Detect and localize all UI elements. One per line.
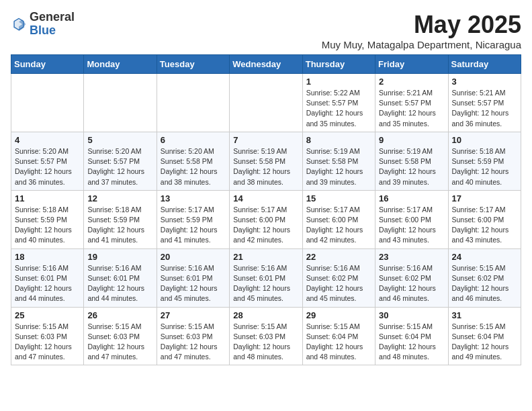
day-info: Sunrise: 5:15 AM Sunset: 6:03 PM Dayligh… [161, 322, 226, 363]
day-number: 13 [161, 193, 226, 203]
day-info: Sunrise: 5:19 AM Sunset: 5:58 PM Dayligh… [306, 146, 371, 187]
day-number: 17 [452, 193, 517, 203]
day-info: Sunrise: 5:20 AM Sunset: 5:57 PM Dayligh… [87, 146, 152, 187]
day-number: 12 [87, 193, 152, 203]
calendar-cell: 25Sunrise: 5:15 AM Sunset: 6:03 PM Dayli… [11, 307, 84, 365]
calendar-cell: 20Sunrise: 5:16 AM Sunset: 6:01 PM Dayli… [157, 248, 229, 307]
calendar-cell: 23Sunrise: 5:16 AM Sunset: 6:02 PM Dayli… [375, 248, 448, 307]
calendar-cell: 9Sunrise: 5:19 AM Sunset: 5:58 PM Daylig… [375, 132, 448, 190]
calendar-cell: 19Sunrise: 5:16 AM Sunset: 6:01 PM Dayli… [84, 248, 157, 307]
calendar-table: SundayMondayTuesdayWednesdayThursdayFrid… [11, 54, 521, 365]
page-header: General Blue May 2025 Muy Muy, Matagalpa… [11, 11, 521, 50]
title-area: May 2025 Muy Muy, Matagalpa Department, … [322, 11, 521, 50]
calendar-cell: 18Sunrise: 5:16 AM Sunset: 6:01 PM Dayli… [11, 248, 84, 307]
calendar-cell: 2Sunrise: 5:21 AM Sunset: 5:57 PM Daylig… [375, 74, 448, 132]
weekday-header-tuesday: Tuesday [157, 55, 229, 74]
weekday-header-friday: Friday [375, 55, 448, 74]
calendar-week-row: 4Sunrise: 5:20 AM Sunset: 5:57 PM Daylig… [11, 132, 521, 190]
calendar-cell: 16Sunrise: 5:17 AM Sunset: 6:00 PM Dayli… [375, 190, 448, 248]
calendar-cell [11, 74, 84, 132]
day-info: Sunrise: 5:16 AM Sunset: 6:01 PM Dayligh… [161, 263, 226, 304]
calendar-cell: 6Sunrise: 5:20 AM Sunset: 5:58 PM Daylig… [157, 132, 229, 190]
day-info: Sunrise: 5:15 AM Sunset: 6:04 PM Dayligh… [452, 322, 517, 363]
day-info: Sunrise: 5:17 AM Sunset: 6:00 PM Dayligh… [452, 205, 517, 246]
day-info: Sunrise: 5:17 AM Sunset: 5:59 PM Dayligh… [161, 205, 226, 246]
calendar-cell [84, 74, 157, 132]
day-number: 11 [15, 193, 80, 203]
month-title: May 2025 [322, 11, 521, 39]
day-info: Sunrise: 5:15 AM Sunset: 6:04 PM Dayligh… [306, 322, 371, 363]
calendar-week-row: 25Sunrise: 5:15 AM Sunset: 6:03 PM Dayli… [11, 307, 521, 365]
calendar-week-row: 18Sunrise: 5:16 AM Sunset: 6:01 PM Dayli… [11, 248, 521, 307]
day-info: Sunrise: 5:18 AM Sunset: 5:59 PM Dayligh… [15, 205, 80, 246]
day-info: Sunrise: 5:22 AM Sunset: 5:57 PM Dayligh… [306, 88, 371, 129]
calendar-cell: 27Sunrise: 5:15 AM Sunset: 6:03 PM Dayli… [157, 307, 229, 365]
day-info: Sunrise: 5:16 AM Sunset: 6:01 PM Dayligh… [87, 263, 152, 304]
day-number: 28 [233, 310, 298, 320]
calendar-cell: 28Sunrise: 5:15 AM Sunset: 6:03 PM Dayli… [230, 307, 302, 365]
calendar-week-row: 1Sunrise: 5:22 AM Sunset: 5:57 PM Daylig… [11, 74, 521, 132]
day-info: Sunrise: 5:15 AM Sunset: 6:03 PM Dayligh… [87, 322, 152, 363]
day-info: Sunrise: 5:20 AM Sunset: 5:58 PM Dayligh… [161, 146, 226, 187]
day-number: 18 [15, 252, 80, 262]
calendar-cell: 8Sunrise: 5:19 AM Sunset: 5:58 PM Daylig… [302, 132, 375, 190]
day-info: Sunrise: 5:19 AM Sunset: 5:58 PM Dayligh… [379, 146, 444, 187]
weekday-header-thursday: Thursday [302, 55, 375, 74]
day-number: 26 [87, 310, 152, 320]
day-info: Sunrise: 5:16 AM Sunset: 6:01 PM Dayligh… [233, 263, 298, 304]
day-info: Sunrise: 5:16 AM Sunset: 6:02 PM Dayligh… [379, 263, 444, 304]
day-info: Sunrise: 5:20 AM Sunset: 5:57 PM Dayligh… [15, 146, 80, 187]
day-info: Sunrise: 5:18 AM Sunset: 5:59 PM Dayligh… [452, 146, 517, 187]
day-number: 20 [161, 252, 226, 262]
day-number: 23 [379, 252, 444, 262]
day-number: 6 [161, 135, 226, 145]
day-number: 27 [161, 310, 226, 320]
general-blue-icon [11, 16, 27, 32]
calendar-cell: 3Sunrise: 5:21 AM Sunset: 5:57 PM Daylig… [448, 74, 521, 132]
day-number: 22 [306, 252, 371, 262]
day-number: 30 [379, 310, 444, 320]
day-number: 7 [233, 135, 298, 145]
day-number: 16 [379, 193, 444, 203]
weekday-header-sunday: Sunday [11, 55, 84, 74]
day-info: Sunrise: 5:16 AM Sunset: 6:02 PM Dayligh… [306, 263, 371, 304]
day-number: 25 [15, 310, 80, 320]
day-number: 21 [233, 252, 298, 262]
calendar-cell [157, 74, 229, 132]
day-number: 10 [452, 135, 517, 145]
day-info: Sunrise: 5:17 AM Sunset: 6:00 PM Dayligh… [379, 205, 444, 246]
day-info: Sunrise: 5:15 AM Sunset: 6:04 PM Dayligh… [379, 322, 444, 363]
day-number: 9 [379, 135, 444, 145]
calendar-body: 1Sunrise: 5:22 AM Sunset: 5:57 PM Daylig… [11, 74, 521, 365]
day-number: 14 [233, 193, 298, 203]
day-info: Sunrise: 5:15 AM Sunset: 6:03 PM Dayligh… [233, 322, 298, 363]
day-info: Sunrise: 5:16 AM Sunset: 6:01 PM Dayligh… [15, 263, 80, 304]
day-number: 1 [306, 77, 371, 87]
calendar-cell: 14Sunrise: 5:17 AM Sunset: 6:00 PM Dayli… [230, 190, 302, 248]
logo-text: General Blue [30, 11, 75, 38]
calendar-header-row: SundayMondayTuesdayWednesdayThursdayFrid… [11, 55, 521, 74]
calendar-cell: 13Sunrise: 5:17 AM Sunset: 5:59 PM Dayli… [157, 190, 229, 248]
day-info: Sunrise: 5:18 AM Sunset: 5:59 PM Dayligh… [87, 205, 152, 246]
calendar-cell: 26Sunrise: 5:15 AM Sunset: 6:03 PM Dayli… [84, 307, 157, 365]
day-info: Sunrise: 5:21 AM Sunset: 5:57 PM Dayligh… [379, 88, 444, 129]
calendar-cell: 29Sunrise: 5:15 AM Sunset: 6:04 PM Dayli… [302, 307, 375, 365]
day-number: 19 [87, 252, 152, 262]
day-number: 15 [306, 193, 371, 203]
calendar-cell: 30Sunrise: 5:15 AM Sunset: 6:04 PM Dayli… [375, 307, 448, 365]
calendar-cell: 12Sunrise: 5:18 AM Sunset: 5:59 PM Dayli… [84, 190, 157, 248]
day-number: 31 [452, 310, 517, 320]
calendar-cell: 21Sunrise: 5:16 AM Sunset: 6:01 PM Dayli… [230, 248, 302, 307]
day-number: 5 [87, 135, 152, 145]
day-number: 4 [15, 135, 80, 145]
calendar-cell: 10Sunrise: 5:18 AM Sunset: 5:59 PM Dayli… [448, 132, 521, 190]
calendar-cell [230, 74, 302, 132]
weekday-header-saturday: Saturday [448, 55, 521, 74]
day-info: Sunrise: 5:17 AM Sunset: 6:00 PM Dayligh… [233, 205, 298, 246]
day-info: Sunrise: 5:21 AM Sunset: 5:57 PM Dayligh… [452, 88, 517, 129]
day-info: Sunrise: 5:15 AM Sunset: 6:02 PM Dayligh… [452, 263, 517, 304]
day-number: 3 [452, 77, 517, 87]
calendar-cell: 4Sunrise: 5:20 AM Sunset: 5:57 PM Daylig… [11, 132, 84, 190]
calendar-cell: 24Sunrise: 5:15 AM Sunset: 6:02 PM Dayli… [448, 248, 521, 307]
calendar-cell: 31Sunrise: 5:15 AM Sunset: 6:04 PM Dayli… [448, 307, 521, 365]
